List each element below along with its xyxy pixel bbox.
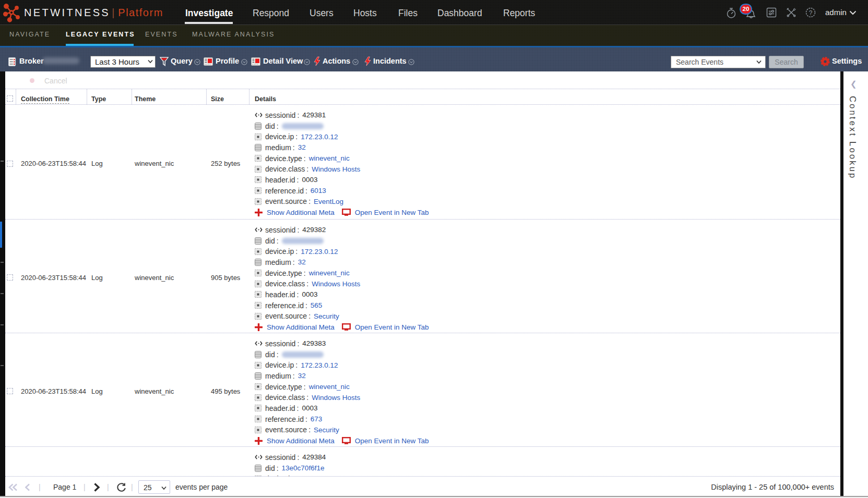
svg-text:?: ?	[809, 9, 813, 17]
